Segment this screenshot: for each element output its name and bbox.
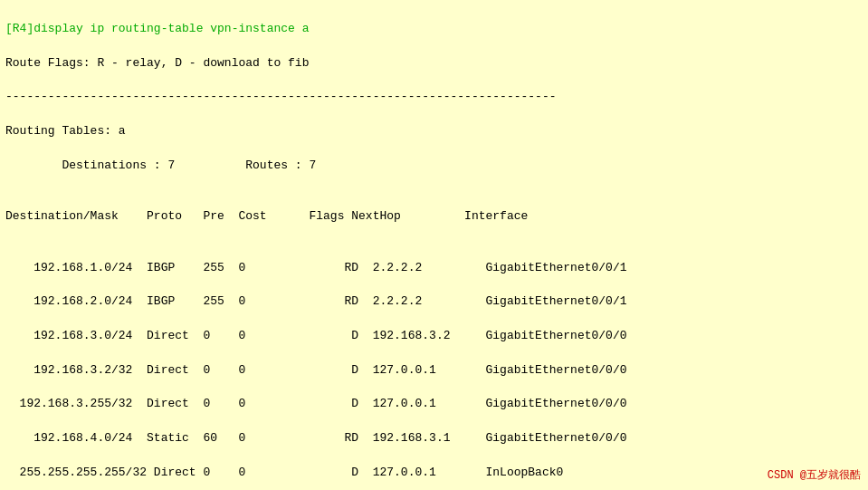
terminal-line: 255.255.255.255/32 Direct 0 0 D 127.0.0.…	[5, 465, 863, 482]
terminal-line: 192.168.2.0/24 IBGP 255 0 RD 2.2.2.2 Gig…	[5, 293, 863, 311]
terminal-line: 192.168.3.255/32 Direct 0 0 D 127.0.0.1 …	[5, 396, 863, 413]
terminal-line: Destination/Mask Proto Pre Cost Flags Ne…	[5, 208, 863, 226]
terminal-line: 192.168.3.0/24 Direct 0 0 D 192.168.3.2 …	[5, 328, 863, 345]
watermark: CSDN @五岁就很酷	[768, 467, 861, 483]
terminal-line: Routing Tables: a	[5, 123, 863, 140]
terminal-line: [R4]display ip routing-table vpn-instanc…	[5, 21, 863, 38]
terminal-line: 192.168.1.0/24 IBGP 255 0 RD 2.2.2.2 Gig…	[5, 260, 863, 277]
terminal-line: ----------------------------------------…	[5, 89, 863, 106]
terminal-line: Route Flags: R - relay, D - download to …	[5, 55, 863, 72]
terminal-line: 192.168.3.2/32 Direct 0 0 D 127.0.0.1 Gi…	[5, 362, 863, 380]
terminal-line: 192.168.4.0/24 Static 60 0 RD 192.168.3.…	[5, 430, 863, 447]
terminal-output: [R4]display ip routing-table vpn-instanc…	[5, 4, 863, 490]
terminal-line: Destinations : 7 Routes : 7	[5, 158, 863, 175]
